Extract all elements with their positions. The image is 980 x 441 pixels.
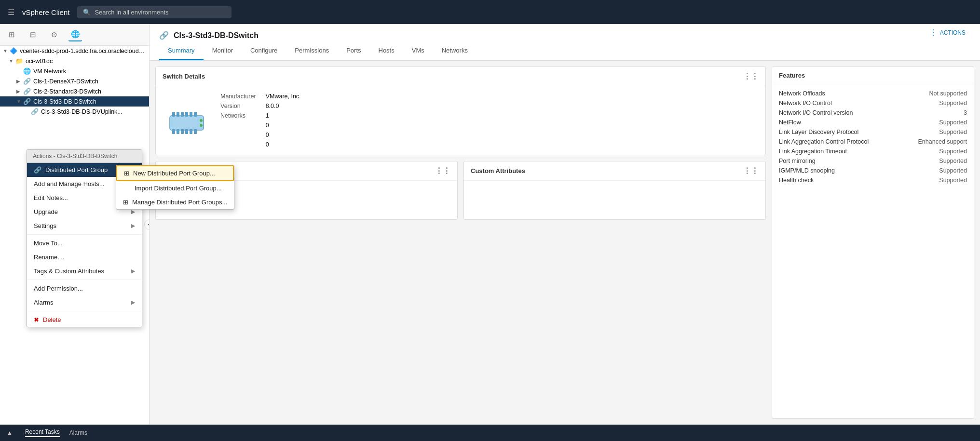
context-menu-header: Actions - Cls-3-Std3-DB-DSwitch bbox=[27, 150, 142, 163]
edit-notes-label: Edit Notes... bbox=[34, 194, 68, 201]
settings-arrow: ▶ bbox=[131, 223, 135, 229]
add-permission-label: Add Permission... bbox=[34, 285, 83, 292]
manage-dpg-icon: ⊞ bbox=[123, 199, 128, 206]
new-dpg-label: New Distributed Port Group... bbox=[133, 170, 215, 177]
dist-port-group-label: Distributed Port Group bbox=[45, 166, 108, 174]
add-manage-hosts-label: Add and Manage Hosts... bbox=[34, 180, 105, 187]
ctx-item-rename[interactable]: Rename.... bbox=[27, 250, 142, 264]
submenu-dist-port-group: ⊞ New Distributed Port Group... Import D… bbox=[116, 165, 234, 210]
ctx-divider-3 bbox=[27, 311, 142, 311]
submenu-item-manage-dpg[interactable]: ⊞ Manage Distributed Port Groups... bbox=[116, 195, 234, 209]
ctx-item-move-to[interactable]: Move To... bbox=[27, 236, 142, 250]
dist-port-group-icon: 🔗 bbox=[34, 166, 41, 174]
submenu-item-import-dpg[interactable]: Import Distributed Port Group... bbox=[116, 181, 234, 195]
alarms-arrow: ▶ bbox=[131, 299, 135, 306]
tags-attrs-arrow: ▶ bbox=[131, 268, 135, 274]
delete-label: Delete bbox=[43, 316, 61, 323]
ctx-divider-2 bbox=[27, 280, 142, 280]
context-menu-overlay[interactable]: Actions - Cls-3-Std3-DB-DSwitch 🔗 Distri… bbox=[0, 0, 980, 441]
ctx-item-settings[interactable]: Settings ▶ bbox=[27, 219, 142, 233]
manage-dpg-label: Manage Distributed Port Groups... bbox=[132, 199, 227, 206]
ctx-item-tags-attrs[interactable]: Tags & Custom Attributes ▶ bbox=[27, 264, 142, 278]
new-dpg-icon: ⊞ bbox=[124, 170, 129, 177]
rename-label: Rename.... bbox=[34, 254, 65, 261]
import-dpg-label: Import Distributed Port Group... bbox=[135, 185, 222, 192]
ctx-divider-1 bbox=[27, 234, 142, 235]
ctx-item-delete[interactable]: ✖ Delete bbox=[27, 313, 142, 327]
delete-icon: ✖ bbox=[34, 316, 39, 323]
settings-label: Settings bbox=[34, 222, 56, 229]
alarms-label: Alarms bbox=[34, 299, 53, 306]
move-to-label: Move To... bbox=[34, 240, 63, 247]
submenu-item-new-dpg[interactable]: ⊞ New Distributed Port Group... bbox=[116, 165, 234, 181]
tags-attrs-label: Tags & Custom Attributes bbox=[34, 267, 104, 275]
ctx-item-alarms[interactable]: Alarms ▶ bbox=[27, 295, 142, 309]
upgrade-label: Upgrade bbox=[34, 208, 58, 215]
ctx-item-add-permission[interactable]: Add Permission... bbox=[27, 281, 142, 295]
